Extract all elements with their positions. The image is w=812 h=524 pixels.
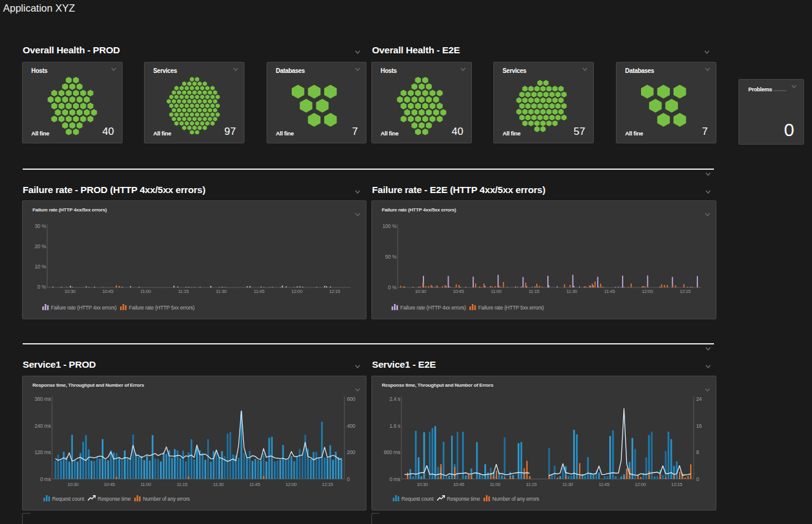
svg-text:200: 200 (347, 449, 355, 455)
svg-text:11:30: 11:30 (562, 482, 573, 487)
svg-text:10:45: 10:45 (453, 289, 465, 294)
svg-text:11:30: 11:30 (566, 289, 577, 294)
svg-text:400: 400 (347, 423, 355, 429)
svg-text:10:30: 10:30 (67, 482, 79, 487)
svg-text:50 %: 50 % (385, 254, 397, 260)
svg-text:24: 24 (696, 396, 702, 402)
svg-text:10:45: 10:45 (104, 482, 115, 487)
svg-text:600: 600 (347, 396, 355, 402)
svg-text:11:30: 11:30 (216, 289, 227, 294)
svg-text:16: 16 (696, 423, 702, 429)
svg-text:11:45: 11:45 (254, 289, 265, 294)
svg-text:1.6 s: 1.6 s (390, 423, 400, 429)
svg-text:12:00: 12:00 (286, 482, 297, 487)
svg-text:11:00: 11:00 (140, 482, 151, 487)
svg-text:12:00: 12:00 (642, 289, 653, 294)
svg-text:10:30: 10:30 (415, 289, 427, 294)
svg-text:12:15: 12:15 (329, 289, 341, 294)
svg-text:11:15: 11:15 (526, 482, 537, 487)
svg-text:0 ms: 0 ms (40, 476, 51, 482)
svg-text:30 %: 30 % (34, 223, 46, 229)
svg-text:10:45: 10:45 (102, 289, 114, 294)
svg-text:11:15: 11:15 (178, 289, 189, 294)
svg-text:10:30: 10:30 (417, 482, 428, 487)
svg-text:12:00: 12:00 (635, 482, 647, 487)
svg-text:11:00: 11:00 (490, 482, 501, 487)
svg-text:100 %: 100 % (382, 223, 397, 229)
svg-text:800 ms: 800 ms (384, 449, 400, 455)
svg-text:11:15: 11:15 (176, 482, 188, 487)
svg-text:11:00: 11:00 (491, 289, 502, 294)
svg-text:12:15: 12:15 (322, 482, 333, 487)
svg-text:11:30: 11:30 (213, 482, 224, 487)
svg-text:12:15: 12:15 (680, 289, 691, 294)
svg-text:0: 0 (696, 476, 699, 482)
svg-text:10:30: 10:30 (64, 289, 76, 294)
svg-text:11:15: 11:15 (528, 289, 539, 294)
svg-text:12:00: 12:00 (291, 289, 303, 294)
svg-text:11:00: 11:00 (140, 289, 151, 294)
svg-text:10:45: 10:45 (453, 482, 465, 487)
svg-text:10 %: 10 % (34, 264, 46, 270)
svg-text:11:45: 11:45 (604, 289, 615, 294)
svg-text:0: 0 (347, 476, 350, 482)
svg-text:20 %: 20 % (34, 243, 46, 249)
svg-text:0 %: 0 % (388, 284, 397, 290)
svg-text:2.4 s: 2.4 s (390, 396, 400, 402)
svg-text:0 ms: 0 ms (389, 476, 400, 482)
svg-text:8: 8 (696, 449, 699, 455)
svg-text:360 ms: 360 ms (34, 396, 51, 402)
svg-text:11:45: 11:45 (249, 482, 260, 487)
svg-text:12:15: 12:15 (671, 482, 683, 487)
svg-text:240 ms: 240 ms (34, 423, 51, 429)
svg-text:11:45: 11:45 (599, 482, 610, 487)
svg-text:0 %: 0 % (37, 284, 47, 290)
svg-text:120 ms: 120 ms (34, 449, 51, 455)
